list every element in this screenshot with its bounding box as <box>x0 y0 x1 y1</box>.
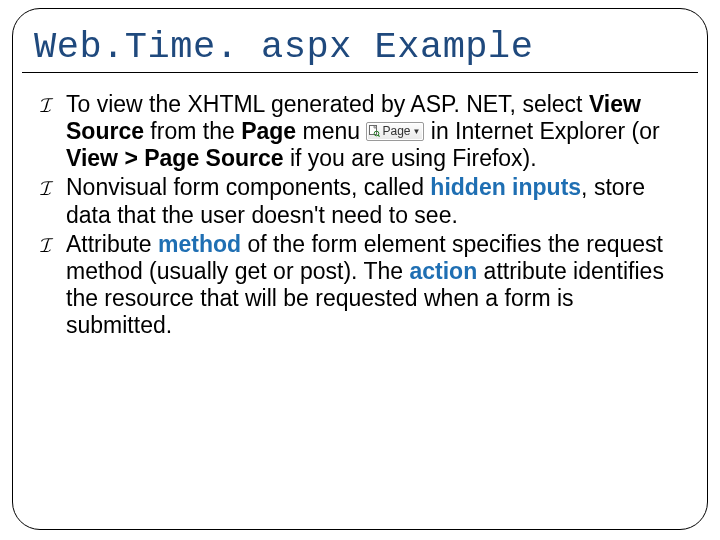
svg-line-2 <box>378 135 380 137</box>
page-menu-button: Page▼ <box>366 122 424 141</box>
bullet-item: 𝓘 To view the XHTML generated by ASP. NE… <box>40 91 680 172</box>
bullet-icon: 𝓘 <box>40 93 52 118</box>
keyword: hidden inputs <box>430 174 581 200</box>
text-bold: View > Page Source <box>66 145 284 171</box>
slide: Web.Time. aspx Example 𝓘 To view the XHT… <box>0 0 720 540</box>
text-run: To view the XHTML generated by ASP. NET,… <box>66 91 589 117</box>
keyword: action <box>409 258 477 284</box>
page-icon <box>368 125 380 137</box>
bullet-item: 𝓘 Nonvisual form components, called hidd… <box>40 174 680 228</box>
keyword: method <box>158 231 241 257</box>
bullet-icon: 𝓘 <box>40 176 52 201</box>
page-menu-label: Page <box>382 124 410 138</box>
text-run: if you are using Firefox). <box>284 145 537 171</box>
text-run: in Internet Explorer (or <box>424 118 659 144</box>
text-run: Attribute <box>66 231 158 257</box>
text-bold: Page <box>241 118 296 144</box>
title-divider <box>22 72 698 73</box>
slide-title: Web.Time. aspx Example <box>34 26 690 68</box>
bullet-icon: 𝓘 <box>40 233 52 258</box>
text-run: from the <box>144 118 241 144</box>
text-run: menu <box>296 118 366 144</box>
bullet-item: 𝓘 Attribute method of the form element s… <box>40 231 680 340</box>
slide-body: 𝓘 To view the XHTML generated by ASP. NE… <box>40 91 680 339</box>
text-run: Nonvisual form components, called <box>66 174 430 200</box>
chevron-down-icon: ▼ <box>412 124 420 140</box>
